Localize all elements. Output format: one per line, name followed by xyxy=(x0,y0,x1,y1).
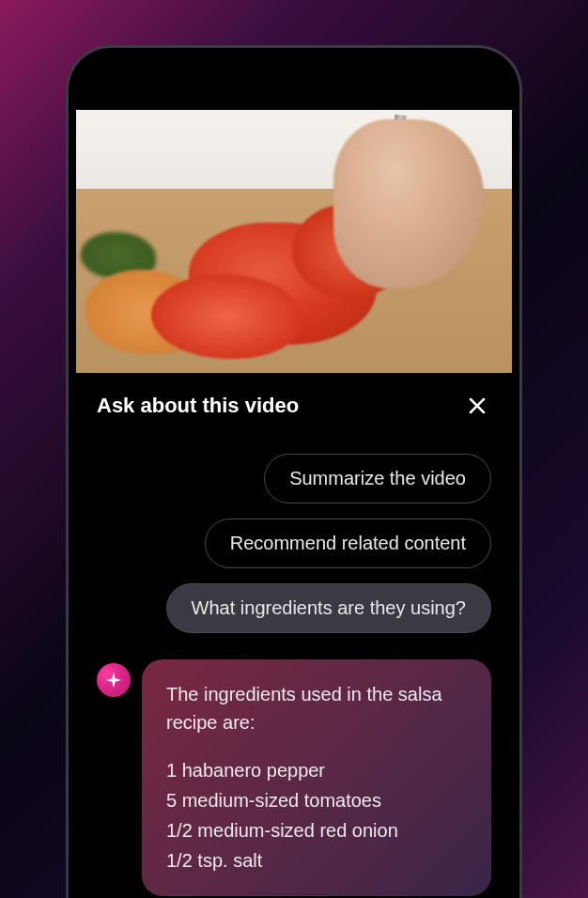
video-thumbnail[interactable] xyxy=(76,110,512,373)
suggestion-summarize[interactable]: Summarize the video xyxy=(264,454,491,503)
ingredient-item: 5 medium-sized tomatoes xyxy=(166,785,467,815)
phone-frame: Ask about this video Summarize the video… xyxy=(66,45,522,898)
ai-response-row: The ingredients used in the salsa recipe… xyxy=(97,659,491,896)
suggestion-list: Summarize the video Recommend related co… xyxy=(97,454,491,633)
chat-title: Ask about this video xyxy=(97,394,299,418)
chat-header: Ask about this video xyxy=(97,392,491,420)
ingredient-item: 1/2 medium-sized red onion xyxy=(166,815,467,845)
response-intro: The ingredients used in the salsa recipe… xyxy=(166,680,467,736)
chat-panel: Ask about this video Summarize the video… xyxy=(76,373,512,898)
suggestion-recommend[interactable]: Recommend related content xyxy=(205,519,491,568)
phone-screen: Ask about this video Summarize the video… xyxy=(76,55,512,898)
close-button[interactable] xyxy=(463,392,491,420)
response-card: The ingredients used in the salsa recipe… xyxy=(142,659,491,896)
close-icon xyxy=(466,395,488,417)
sparkle-icon xyxy=(104,671,123,689)
suggestion-ingredients[interactable]: What ingredients are they using? xyxy=(166,583,491,633)
ingredient-item: 1/2 tsp. salt xyxy=(166,845,467,875)
ingredient-list: 1 habanero pepper 5 medium-sized tomatoe… xyxy=(166,755,467,875)
ai-avatar xyxy=(97,663,131,697)
ingredient-item: 1 habanero pepper xyxy=(166,755,467,785)
